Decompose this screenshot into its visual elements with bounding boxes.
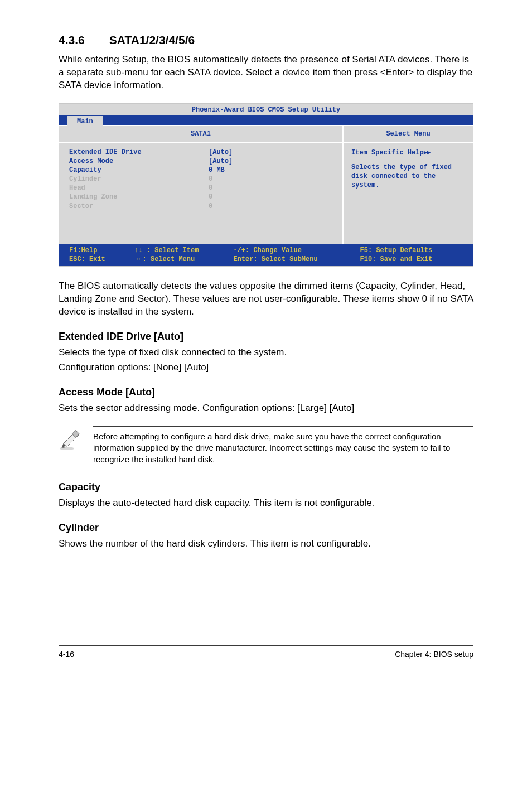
bios-right-header: Select Menu bbox=[344, 126, 473, 143]
bios-right-body: Item Specific Help▸▸ Selects the type of… bbox=[344, 143, 473, 244]
bios-row: Extended IDE Drive[Auto] bbox=[69, 148, 337, 157]
bios-row: Capacity0 MB bbox=[69, 166, 337, 175]
after-bios-paragraph: The BIOS automatically detects the value… bbox=[59, 280, 473, 318]
bios-screenshot: Phoenix-Award BIOS CMOS Setup Utility Ma… bbox=[59, 103, 473, 267]
subsection-paragraph: Shows the number of the hard disk cylind… bbox=[59, 538, 473, 550]
section-title: SATA1/2/3/4/5/6 bbox=[109, 33, 195, 46]
bios-row: Landing Zone0 bbox=[69, 192, 337, 201]
subsection-heading: Extended IDE Drive [Auto] bbox=[59, 330, 473, 343]
bios-value: 0 bbox=[209, 202, 337, 211]
bios-value: 0 bbox=[209, 183, 337, 192]
bios-right-column: Select Menu Item Specific Help▸▸ Selects… bbox=[344, 126, 473, 243]
bios-value: 0 bbox=[209, 192, 337, 201]
section-number: 4.3.6 bbox=[59, 32, 106, 48]
bios-left-header: SATA1 bbox=[59, 126, 342, 143]
bios-left-column: SATA1 Extended IDE Drive[Auto] Access Mo… bbox=[59, 126, 344, 243]
bios-help-body: Selects the type of fixed disk connected… bbox=[351, 163, 467, 190]
bios-label: Extended IDE Drive bbox=[69, 148, 209, 157]
bios-label: Landing Zone bbox=[69, 192, 209, 201]
footer-key: F10: Save and Exit bbox=[360, 255, 433, 264]
bios-value: 0 bbox=[209, 175, 337, 183]
footer-key: ESC: Exit bbox=[69, 255, 130, 264]
footer-key: →←: Select Menu bbox=[134, 255, 229, 264]
section-heading: 4.3.6 SATA1/2/3/4/5/6 bbox=[59, 32, 473, 48]
bios-label: Capacity bbox=[69, 166, 209, 175]
bios-label: Access Mode bbox=[69, 157, 209, 166]
note-box: Before attempting to configure a hard di… bbox=[59, 426, 473, 470]
bios-value: [Auto] bbox=[209, 148, 337, 157]
footer-key: ↑↓ : Select Item bbox=[134, 246, 229, 255]
pencil-icon bbox=[59, 426, 83, 455]
bios-help-title: Item Specific Help▸▸ bbox=[351, 148, 467, 157]
subsection-paragraph: Displays the auto-detected hard disk cap… bbox=[59, 497, 473, 510]
subsection-heading: Capacity bbox=[59, 480, 473, 494]
footer-key: F1:Help bbox=[69, 246, 130, 255]
bios-row: Sector0 bbox=[69, 202, 337, 211]
footer-key: Enter: Select SubMenu bbox=[233, 255, 356, 264]
subsection-heading: Access Mode [Auto] bbox=[59, 385, 473, 399]
subsection-paragraph: Sets the sector addressing mode. Configu… bbox=[59, 402, 473, 415]
bios-value: 0 MB bbox=[209, 166, 337, 175]
note-text: Before attempting to configure a hard di… bbox=[93, 426, 473, 470]
page-footer: 4-16 Chapter 4: BIOS setup bbox=[59, 645, 473, 660]
double-arrow-icon: ▸▸ bbox=[424, 148, 431, 156]
bios-columns: SATA1 Extended IDE Drive[Auto] Access Mo… bbox=[59, 125, 473, 243]
bios-row: Cylinder0 bbox=[69, 175, 337, 183]
spacer bbox=[351, 157, 467, 163]
bios-tab-row: Main bbox=[59, 115, 473, 125]
bios-footer: F1:Help ↑↓ : Select Item -/+: Change Val… bbox=[59, 244, 473, 266]
bios-value: [Auto] bbox=[209, 157, 337, 166]
bios-row: Access Mode[Auto] bbox=[69, 157, 337, 166]
footer-key: F5: Setup Defaults bbox=[360, 246, 433, 255]
bios-label: Sector bbox=[69, 202, 209, 211]
chapter-label: Chapter 4: BIOS setup bbox=[395, 649, 473, 660]
intro-paragraph: While entering Setup, the BIOS automatic… bbox=[59, 54, 473, 92]
page-number: 4-16 bbox=[59, 649, 74, 660]
subsection-heading: Cylinder bbox=[59, 521, 473, 534]
bios-label: Head bbox=[69, 183, 209, 192]
bios-label: Cylinder bbox=[69, 175, 209, 183]
subsection-paragraph: Selects the type of fixed disk connected… bbox=[59, 346, 473, 359]
bios-row: Head0 bbox=[69, 183, 337, 192]
bios-left-body: Extended IDE Drive[Auto] Access Mode[Aut… bbox=[59, 143, 342, 244]
subsection-paragraph: Configuration options: [None] [Auto] bbox=[59, 361, 473, 374]
footer-key: -/+: Change Value bbox=[233, 246, 356, 255]
bios-title: Phoenix-Award BIOS CMOS Setup Utility bbox=[59, 104, 473, 115]
